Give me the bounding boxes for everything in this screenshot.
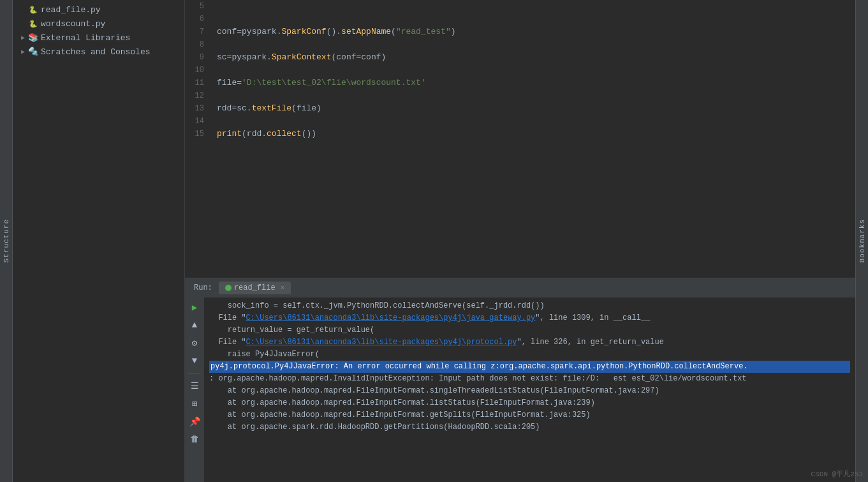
scroll-down-button[interactable]: ▼ xyxy=(188,354,202,368)
code-line xyxy=(210,38,855,51)
project-sidebar: 🐍 read_file.py 🐍 wordscount.py ▶ 📚 Exter… xyxy=(13,0,185,482)
python-file-icon: 🐍 xyxy=(28,19,38,29)
sidebar-item-external-libraries[interactable]: ▶ 📚 External Libraries xyxy=(13,31,184,45)
console-line: File "C:\Users\86131\anaconda3\lib\site-… xyxy=(209,312,850,324)
main-area: 5 6 7 conf=pyspark.SparkConf().setAppNam… xyxy=(185,0,855,482)
code-line xyxy=(210,89,855,102)
sidebar-item-label: wordscount.py xyxy=(41,19,105,29)
line-number: 8 xyxy=(185,38,210,51)
code-line: rdd=sc.textFile(file) xyxy=(210,102,855,115)
line-number: 14 xyxy=(185,115,210,128)
settings-button[interactable]: ⚙ xyxy=(188,336,202,350)
line-number: 6 xyxy=(185,13,210,26)
run-tabs-bar: Run: read_flie × xyxy=(185,278,855,297)
scratch-icon: 🔩 xyxy=(28,47,38,57)
code-editor[interactable]: 5 6 7 conf=pyspark.SparkConf().setAppNam… xyxy=(185,0,855,278)
console-line: return_value = get_return_value( xyxy=(209,324,850,336)
bookmarks-panel[interactable]: Bookmarks xyxy=(855,0,868,482)
collapse-arrow-icon: ▶ xyxy=(18,47,28,57)
bookmarks-label: Bookmarks xyxy=(858,219,866,262)
close-tab-button[interactable]: × xyxy=(281,284,285,292)
run-tab-read-flie[interactable]: read_flie × xyxy=(219,282,291,294)
console-line: : org.apache.hadoop.mapred.InvalidInputE… xyxy=(209,373,850,385)
console-line: at org.apache.hadoop.mapred.FileInputFor… xyxy=(209,409,850,421)
code-line: print(rdd.collect()) xyxy=(210,128,855,140)
console-line: at org.apache.hadoop.mapred.FileInputFor… xyxy=(209,385,850,397)
table-row: 13 rdd=sc.textFile(file) xyxy=(185,102,855,115)
run-status-icon xyxy=(225,285,232,291)
python-file-icon: 🐍 xyxy=(28,4,38,15)
line-number: 5 xyxy=(185,0,210,13)
list-button[interactable]: ☰ xyxy=(188,379,202,393)
structure-panel[interactable]: Structure xyxy=(0,0,13,482)
table-row: 9 sc=pyspark.SparkContext(conf=conf) xyxy=(185,51,855,64)
table-row: 6 xyxy=(185,13,855,26)
watermark: CSDN @平凡253 xyxy=(811,469,863,479)
line-number: 13 xyxy=(185,102,210,115)
error-text: py4j.protocol.Py4JJavaError: An error oc… xyxy=(210,362,748,371)
console-line: raise Py4JJavaError( xyxy=(209,349,850,361)
code-line: conf=pyspark.SparkConf().setAppName("rea… xyxy=(210,26,855,38)
bottom-panel: Run: read_flie × ▶ ▲ ⚙ ▼ ☰ ⊞ � xyxy=(185,278,855,482)
highlighted-error-line: py4j.protocol.Py4JJavaError: An error oc… xyxy=(209,361,850,373)
code-line xyxy=(210,0,855,13)
sidebar-item-label: read_file.py xyxy=(41,5,101,15)
table-row: 14 xyxy=(185,115,855,128)
table-row: 15 print(rdd.collect()) xyxy=(185,128,855,140)
run-tab-label: read_flie xyxy=(234,283,276,292)
console-output[interactable]: sock_info = self.ctx._jvm.PythonRDD.coll… xyxy=(204,297,855,482)
code-line: file='D:\test\test_02\flie\wordscount.tx… xyxy=(210,77,855,89)
console-line: at org.apache.hadoop.mapred.FileInputFor… xyxy=(209,397,850,409)
table-row: 10 xyxy=(185,64,855,77)
console-line: sock_info = self.ctx._jvm.PythonRDD.coll… xyxy=(209,300,850,312)
run-button[interactable]: ▶ xyxy=(188,300,202,314)
run-label: Run: xyxy=(190,283,216,292)
layout-button[interactable]: ⊞ xyxy=(188,396,202,410)
table-row: 11 file='D:\test\test_02\flie\wordscount… xyxy=(185,77,855,89)
sidebar-item-wordscount[interactable]: 🐍 wordscount.py xyxy=(13,17,184,31)
console-action-buttons: ▶ ▲ ⚙ ▼ ☰ ⊞ 📌 🗑 xyxy=(185,297,204,482)
table-row: 7 conf=pyspark.SparkConf().setAppName("r… xyxy=(185,26,855,38)
line-number: 10 xyxy=(185,64,210,77)
clear-button[interactable]: 🗑 xyxy=(188,432,202,446)
collapse-arrow-icon: ▶ xyxy=(18,33,28,43)
library-icon: 📚 xyxy=(28,33,38,43)
console-line: File "C:\Users\86131\anaconda3\lib\site-… xyxy=(209,336,850,349)
console-content: ▶ ▲ ⚙ ▼ ☰ ⊞ 📌 🗑 sock_info = self.ctx._jv… xyxy=(185,297,855,482)
code-line xyxy=(210,64,855,77)
console-line: at org.apache.spark.rdd.HadoopRDD.getPar… xyxy=(209,421,850,433)
arrow-icon xyxy=(18,19,28,29)
sidebar-item-read-file[interactable]: 🐍 read_file.py xyxy=(13,3,184,17)
line-number: 11 xyxy=(185,77,210,89)
code-table: 5 6 7 conf=pyspark.SparkConf().setAppNam… xyxy=(185,0,855,140)
table-row: 12 xyxy=(185,89,855,102)
sidebar-item-label: External Libraries xyxy=(41,33,130,43)
structure-label: Structure xyxy=(3,219,10,262)
line-number: 15 xyxy=(185,128,210,140)
table-row: 8 xyxy=(185,38,855,51)
line-number: 12 xyxy=(185,89,210,102)
file-link[interactable]: C:\Users\86131\anaconda3\lib\site-packag… xyxy=(246,313,536,322)
code-line: sc=pyspark.SparkContext(conf=conf) xyxy=(210,51,855,64)
sidebar-item-label: Scratches and Consoles xyxy=(41,47,151,57)
line-number: 7 xyxy=(185,26,210,38)
line-number: 9 xyxy=(185,51,210,64)
file-link[interactable]: C:\Users\86131\anaconda3\lib\site-packag… xyxy=(246,338,517,347)
scroll-up-button[interactable]: ▲ xyxy=(188,318,202,332)
sidebar-item-scratches[interactable]: ▶ 🔩 Scratches and Consoles xyxy=(13,45,184,59)
pin-button[interactable]: 📌 xyxy=(188,414,202,428)
table-row: 5 xyxy=(185,0,855,13)
code-line xyxy=(210,115,855,128)
arrow-icon xyxy=(18,4,28,15)
code-line xyxy=(210,13,855,26)
